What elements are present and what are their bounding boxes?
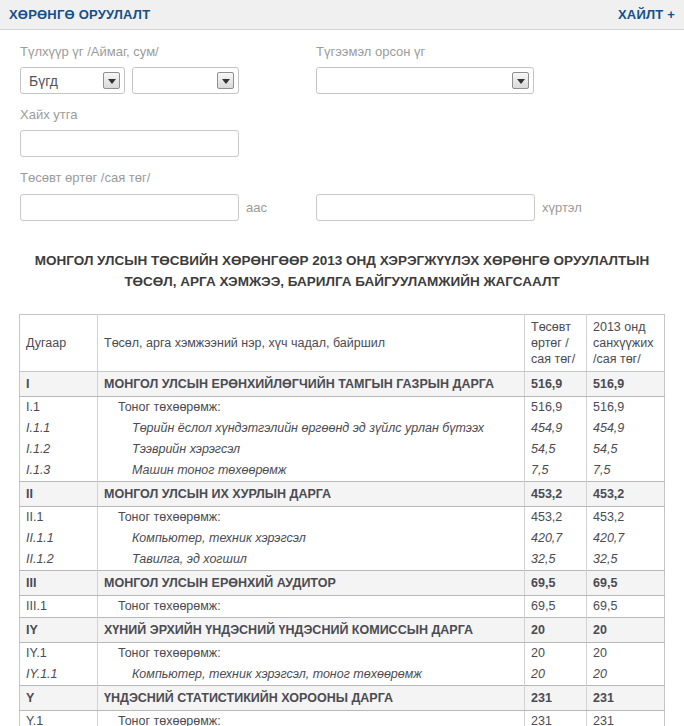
cell-name: Тавилга, эд хогшил bbox=[98, 549, 525, 571]
cell-financed: 7,5 bbox=[587, 460, 665, 482]
cell-id: IY bbox=[20, 617, 98, 642]
table-row: IIIМОНГОЛ УЛСЫН ЕРӨНХИЙ АУДИТОР69,569,5 bbox=[20, 570, 665, 595]
table-row: IYХҮНИЙ ЭРХИЙН ҮНДЭСНИЙ ҮНДЭСНИЙ КОМИССЫ… bbox=[20, 617, 665, 642]
cell-budget: 231 bbox=[525, 685, 587, 710]
table-row: II.1.1Компьютер, техник хэрэгсэл420,7420… bbox=[20, 528, 665, 549]
budget-table: Дугаар Төсөл, арга хэмжээний нэр, хүч ча… bbox=[19, 314, 665, 726]
budget-from-suffix: аас bbox=[246, 200, 267, 215]
cell-id: II.1.2 bbox=[20, 549, 98, 571]
search-panel: Түлхүүр үг /Аймаг, сум/ Бүгд Түгээмэл ор… bbox=[0, 30, 684, 221]
dropdown-arrow-icon bbox=[217, 72, 234, 89]
table-row: II.1.2Тавилга, эд хогшил32,532,5 bbox=[20, 549, 665, 571]
cell-name: Тоног төхөөрөмж: bbox=[98, 710, 525, 726]
cell-budget: 7,5 bbox=[525, 460, 587, 482]
cell-name: ХҮНИЙ ЭРХИЙН ҮНДЭСНИЙ ҮНДЭСНИЙ КОМИССЫН … bbox=[98, 617, 525, 642]
cell-financed: 453,2 bbox=[587, 481, 665, 506]
cell-id: I.1.1 bbox=[20, 418, 98, 439]
budget-to-suffix: хүртэл bbox=[542, 200, 582, 215]
cell-id: IY.1.1 bbox=[20, 664, 98, 686]
table-row: I.1.3Машин тоног төхөөрөмж7,57,5 bbox=[20, 460, 665, 482]
table-row: I.1Тоног төхөөрөмж:516,9516,9 bbox=[20, 396, 665, 418]
cell-name: МОНГОЛ УЛСЫН ЕРӨНХИЙ АУДИТОР bbox=[98, 570, 525, 595]
cell-budget: 69,5 bbox=[525, 570, 587, 595]
cell-name: Тоног төхөөрөмж: bbox=[98, 506, 525, 528]
table-header-row: Дугаар Төсөл, арга хэмжээний нэр, хүч ча… bbox=[20, 314, 665, 371]
dropdown-arrow-icon bbox=[103, 72, 120, 89]
table-row: II.1Тоног төхөөрөмж:453,2453,2 bbox=[20, 506, 665, 528]
common-word-label: Түгээмэл орсон үг bbox=[316, 44, 664, 59]
aimag-select[interactable]: Бүгд bbox=[20, 67, 125, 94]
table-row: I.1.2Тээврийн хэрэгсэл54,554,5 bbox=[20, 439, 665, 460]
cell-financed: 69,5 bbox=[587, 595, 665, 617]
cell-financed: 453,2 bbox=[587, 506, 665, 528]
cell-id: III bbox=[20, 570, 98, 595]
budget-range-label: Төсөвт өртөг /сая төг/ bbox=[20, 170, 664, 185]
cell-id: II bbox=[20, 481, 98, 506]
cell-name: МОНГОЛ УЛСЫН ЕРӨНХИЙЛӨГЧИЙН ТАМГЫН ГАЗРЫ… bbox=[98, 371, 525, 396]
table-row: IIМОНГОЛ УЛСЫН ИХ ХУРЛЫН ДАРГА453,2453,2 bbox=[20, 481, 665, 506]
sum-select[interactable] bbox=[132, 67, 239, 94]
cell-budget: 453,2 bbox=[525, 506, 587, 528]
search-value-label: Хайх утга bbox=[20, 107, 664, 122]
table-row: IY.1.1Компьютер, техник хэрэгсэл, тоног … bbox=[20, 664, 665, 686]
cell-budget: 20 bbox=[525, 664, 587, 686]
cell-budget: 420,7 bbox=[525, 528, 587, 549]
section-header-bar: ХӨРӨНГӨ ОРУУЛАЛТ ХАЙЛТ + bbox=[0, 0, 684, 30]
cell-id: I.1.2 bbox=[20, 439, 98, 460]
cell-budget: 454,9 bbox=[525, 418, 587, 439]
cell-id: I bbox=[20, 371, 98, 396]
cell-budget: 20 bbox=[525, 642, 587, 664]
cell-financed: 231 bbox=[587, 685, 665, 710]
search-value-input[interactable] bbox=[20, 130, 239, 157]
cell-budget: 516,9 bbox=[525, 396, 587, 418]
common-word-select[interactable] bbox=[316, 67, 534, 94]
table-row: Y.1Тоног төхөөрөмж:231231 bbox=[20, 710, 665, 726]
list-title: МОНГОЛ УЛСЫН ТӨСВИЙН ХӨРӨНГӨӨР 2013 ОНД … bbox=[24, 251, 660, 293]
cell-name: Тоног төхөөрөмж: bbox=[98, 396, 525, 418]
cell-id: IY.1 bbox=[20, 642, 98, 664]
cell-budget: 20 bbox=[525, 617, 587, 642]
search-toggle-link[interactable]: ХАЙЛТ + bbox=[618, 7, 675, 22]
page-title: ХӨРӨНГӨ ОРУУЛАЛТ bbox=[9, 7, 150, 22]
cell-financed: 420,7 bbox=[587, 528, 665, 549]
cell-budget: 516,9 bbox=[525, 371, 587, 396]
dropdown-arrow-icon bbox=[512, 72, 529, 89]
cell-name: МОНГОЛ УЛСЫН ИХ ХУРЛЫН ДАРГА bbox=[98, 481, 525, 506]
cell-financed: 20 bbox=[587, 642, 665, 664]
cell-id: II.1.1 bbox=[20, 528, 98, 549]
column-header-financed: 2013 онд санхүүжих /сая төг/ bbox=[587, 314, 665, 371]
cell-budget: 69,5 bbox=[525, 595, 587, 617]
cell-financed: 32,5 bbox=[587, 549, 665, 571]
cell-name: Тоног төхөөрөмж: bbox=[98, 595, 525, 617]
table-row: I.1.1Төрийн ёслол хүндэтгэлийн өргөөнд э… bbox=[20, 418, 665, 439]
cell-id: II.1 bbox=[20, 506, 98, 528]
cell-id: Y bbox=[20, 685, 98, 710]
table-row: IY.1Тоног төхөөрөмж:2020 bbox=[20, 642, 665, 664]
cell-id: III.1 bbox=[20, 595, 98, 617]
cell-name: Төрийн ёслол хүндэтгэлийн өргөөнд эд зүй… bbox=[98, 418, 525, 439]
budget-from-input[interactable] bbox=[20, 194, 239, 221]
cell-name: Компьютер, техник хэрэгсэл, тоног төхөөр… bbox=[98, 664, 525, 686]
budget-to-input[interactable] bbox=[316, 194, 535, 221]
cell-financed: 54,5 bbox=[587, 439, 665, 460]
cell-financed: 454,9 bbox=[587, 418, 665, 439]
cell-budget: 32,5 bbox=[525, 549, 587, 571]
cell-id: I.1 bbox=[20, 396, 98, 418]
cell-name: Компьютер, техник хэрэгсэл bbox=[98, 528, 525, 549]
table-row: III.1Тоног төхөөрөмж:69,569,5 bbox=[20, 595, 665, 617]
aimag-select-value: Бүгд bbox=[29, 73, 58, 89]
cell-financed: 20 bbox=[587, 664, 665, 686]
column-header-number: Дугаар bbox=[20, 314, 98, 371]
cell-id: Y.1 bbox=[20, 710, 98, 726]
keyword-label: Түлхүүр үг /Аймаг, сум/ bbox=[20, 44, 316, 59]
cell-financed: 20 bbox=[587, 617, 665, 642]
cell-name: Тоног төхөөрөмж: bbox=[98, 642, 525, 664]
cell-name: ҮНДЭСНИЙ СТАТИСТИКИЙН ХОРООНЫ ДАРГА bbox=[98, 685, 525, 710]
cell-financed: 69,5 bbox=[587, 570, 665, 595]
cell-budget: 453,2 bbox=[525, 481, 587, 506]
cell-name: Машин тоног төхөөрөмж bbox=[98, 460, 525, 482]
cell-financed: 516,9 bbox=[587, 396, 665, 418]
cell-financed: 516,9 bbox=[587, 371, 665, 396]
cell-budget: 231 bbox=[525, 710, 587, 726]
table-row: YҮНДЭСНИЙ СТАТИСТИКИЙН ХОРООНЫ ДАРГА2312… bbox=[20, 685, 665, 710]
